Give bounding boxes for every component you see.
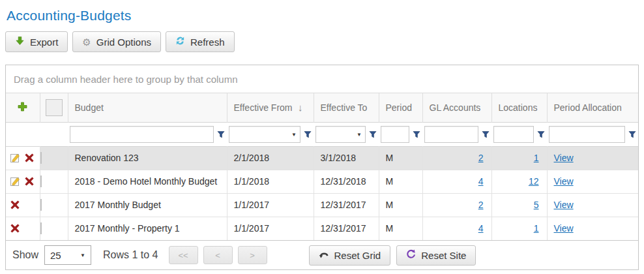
filter-funnel-icon[interactable] <box>537 130 545 138</box>
effective-from-filter-input[interactable] <box>229 126 300 143</box>
refresh-button-label: Refresh <box>190 37 225 48</box>
filter-cell-locations <box>491 122 547 146</box>
export-button-label: Export <box>30 37 58 48</box>
locations-link[interactable]: 1 <box>534 223 539 234</box>
locations-link[interactable]: 1 <box>534 153 539 163</box>
gl-accounts-link[interactable]: 4 <box>478 223 484 234</box>
period-allocation-filter-input[interactable] <box>549 126 625 143</box>
export-button[interactable]: Export <box>5 31 68 52</box>
row-checkbox[interactable] <box>40 222 42 234</box>
row-actions-cell <box>6 146 40 170</box>
locations-link[interactable]: 12 <box>529 176 539 187</box>
delete-icon[interactable] <box>10 200 20 209</box>
delete-icon[interactable] <box>10 224 20 233</box>
page-size-select[interactable]: 25 ▼ <box>44 245 91 265</box>
view-link[interactable]: View <box>554 153 574 163</box>
locations-filter-input[interactable] <box>493 126 534 143</box>
edit-icon[interactable] <box>10 177 20 187</box>
filter-cell-effective-from: ▼ <box>227 122 314 146</box>
view-link[interactable]: View <box>554 223 574 234</box>
reset-buttons: Reset Grid Reset Site <box>309 245 476 266</box>
gl-accounts-cell: 2 <box>422 193 491 217</box>
select-all-checkbox[interactable] <box>46 99 63 116</box>
group-by-hint: Drag a column header here to group by th… <box>14 74 238 85</box>
table-row[interactable]: 2017 Monthly - Property 1 1/1/2017 12/31… <box>6 217 638 240</box>
refresh-button[interactable]: Refresh <box>166 31 235 52</box>
column-header-period[interactable]: Period <box>379 93 422 122</box>
grid-options-button[interactable]: ⚙ Grid Options <box>72 31 161 52</box>
reset-grid-button-label: Reset Grid <box>334 250 381 261</box>
row-actions-cell <box>6 170 40 193</box>
column-header-locations[interactable]: Locations <box>491 93 547 122</box>
add-icon[interactable] <box>18 102 27 112</box>
column-header-period-allocation[interactable]: Period Allocation <box>547 93 638 122</box>
effective-from-cell: 1/1/2018 <box>227 170 314 193</box>
first-page-button[interactable]: << <box>169 246 198 264</box>
column-header-effective-from[interactable]: Effective From ↓ <box>227 93 314 122</box>
gl-accounts-link[interactable]: 2 <box>478 153 484 163</box>
filter-funnel-icon[interactable] <box>217 130 225 138</box>
filter-funnel-icon[interactable] <box>369 130 377 138</box>
column-header-gl-accounts[interactable]: GL Accounts <box>422 93 491 122</box>
reset-site-button-label: Reset Site <box>421 250 466 261</box>
table-row[interactable]: Renovation 123 2/1/2018 3/1/2018 M 2 1 V… <box>6 146 638 170</box>
filter-funnel-icon[interactable] <box>304 130 312 138</box>
delete-icon[interactable] <box>25 177 34 186</box>
row-select-cell <box>40 170 68 193</box>
row-checkbox[interactable] <box>40 152 42 164</box>
locations-link[interactable]: 5 <box>534 200 539 210</box>
gear-icon: ⚙ <box>82 37 91 47</box>
reset-site-button[interactable]: Reset Site <box>396 245 476 266</box>
page: Accounting-Budgets Export ⚙ Grid Options… <box>0 0 644 270</box>
view-link[interactable]: View <box>554 200 574 210</box>
filter-cell-gl-accounts <box>422 122 491 146</box>
pagination-buttons: << < > <box>169 246 267 264</box>
reset-grid-button[interactable]: Reset Grid <box>309 245 391 266</box>
locations-cell: 12 <box>491 170 547 193</box>
edit-icon[interactable] <box>10 153 20 163</box>
filter-funnel-icon[interactable] <box>482 130 490 138</box>
show-label: Show <box>12 249 38 261</box>
column-header-label: Effective From <box>234 102 293 113</box>
pager: Show 25 ▼ Rows 1 to 4 << < > Reset Grid … <box>6 240 638 269</box>
budget-cell: 2017 Monthly - Property 1 <box>68 217 227 240</box>
period-cell: M <box>379 146 422 170</box>
filter-cell-period <box>379 122 422 146</box>
period-allocation-cell: View <box>547 146 638 170</box>
column-header-effective-to[interactable]: Effective To <box>314 93 379 122</box>
filter-cell-effective-to: ▼ <box>314 122 379 146</box>
period-cell: M <box>379 170 422 193</box>
period-filter-input[interactable] <box>381 126 409 143</box>
locations-cell: 1 <box>491 146 547 170</box>
page-size-value: 25 <box>50 250 61 261</box>
row-select-cell <box>40 217 68 240</box>
effective-to-filter-input[interactable] <box>315 126 366 143</box>
table-row[interactable]: 2018 - Demo Hotel Monthly Budget 1/1/201… <box>6 170 638 193</box>
sort-desc-icon: ↓ <box>298 102 308 113</box>
grid-options-button-label: Grid Options <box>96 37 151 48</box>
gl-accounts-filter-input[interactable] <box>424 126 478 143</box>
view-link[interactable]: View <box>554 176 574 187</box>
column-header-budget[interactable]: Budget <box>68 93 227 122</box>
filter-funnel-icon[interactable] <box>413 130 420 138</box>
budget-cell: 2018 - Demo Hotel Monthly Budget <box>68 170 227 193</box>
period-allocation-cell: View <box>547 193 638 217</box>
add-row-header-cell <box>6 93 40 122</box>
delete-icon[interactable] <box>25 153 34 162</box>
gl-accounts-link[interactable]: 4 <box>478 176 484 187</box>
table-row[interactable]: 2017 Monthly Budget 1/1/2017 12/31/2017 … <box>6 193 638 217</box>
export-download-icon <box>15 36 25 48</box>
next-page-button[interactable]: > <box>238 246 267 264</box>
select-all-header-cell <box>40 93 68 122</box>
row-checkbox[interactable] <box>40 199 42 211</box>
budget-filter-input[interactable] <box>70 126 214 143</box>
row-checkbox[interactable] <box>40 175 42 187</box>
column-header-label: GL Accounts <box>430 102 481 113</box>
budgets-table: Budget Effective From ↓ Effective To Per… <box>6 93 638 240</box>
gl-accounts-cell: 4 <box>422 217 491 240</box>
period-allocation-cell: View <box>547 170 638 193</box>
prev-page-button[interactable]: < <box>203 246 233 264</box>
filter-funnel-icon[interactable] <box>628 130 636 138</box>
gl-accounts-link[interactable]: 2 <box>478 200 484 210</box>
header-row: Budget Effective From ↓ Effective To Per… <box>6 93 638 122</box>
